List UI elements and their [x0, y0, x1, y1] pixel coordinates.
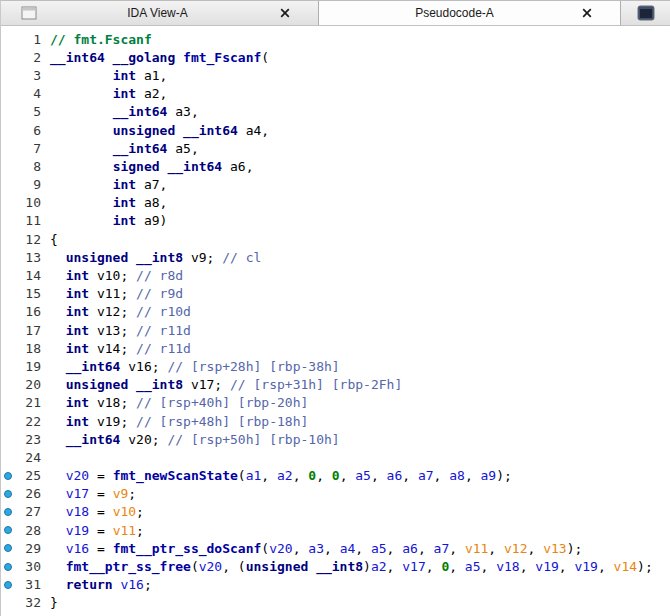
- code-token: v14;: [89, 341, 136, 356]
- code-token: fmt__ptr_ss_free: [66, 559, 191, 574]
- line-number: 15: [15, 286, 41, 301]
- line-number: 12: [15, 232, 41, 247]
- code-line[interactable]: 9 int a7,: [1, 176, 670, 194]
- line-number: 19: [15, 359, 41, 374]
- code-token: int: [113, 213, 136, 228]
- code-line[interactable]: 32}: [1, 594, 670, 612]
- code-token: [50, 213, 113, 228]
- code-token: a7: [434, 541, 450, 556]
- code-line[interactable]: 15 int v11; // r9d: [1, 285, 670, 303]
- code-token: int: [113, 86, 136, 101]
- code-line[interactable]: 14 int v10; // r8d: [1, 266, 670, 284]
- code-line[interactable]: 21 int v18; // [rsp+40h] [rbp-20h]: [1, 394, 670, 412]
- address-dot: [1, 544, 15, 552]
- code-token: [50, 68, 113, 83]
- code-token: [50, 523, 66, 538]
- line-number: 4: [15, 86, 41, 101]
- code-token: v9;: [183, 250, 222, 265]
- code-token: [50, 123, 113, 138]
- code-line[interactable]: 30 fmt__ptr_ss_free(v20, (unsigned __int…: [1, 557, 670, 575]
- code-line[interactable]: 29 v16 = fmt__ptr_ss_doScanf(v20, a3, a4…: [1, 539, 670, 557]
- code-token: [50, 486, 66, 501]
- line-number: 20: [15, 377, 41, 392]
- code-text: unsigned __int64 a4,: [50, 123, 269, 138]
- code-token: int: [66, 286, 89, 301]
- code-token: [50, 432, 66, 447]
- code-token: (: [261, 50, 269, 65]
- tab-label: Pseudocode-A: [329, 6, 580, 20]
- address-dot-icon: [4, 526, 12, 534]
- code-token: unsigned __int8: [246, 559, 363, 574]
- line-number: 3: [15, 68, 41, 83]
- code-line[interactable]: 1// fmt.Fscanf: [1, 30, 670, 48]
- code-token: );: [637, 559, 653, 574]
- code-line[interactable]: 7 __int64 a5,: [1, 139, 670, 157]
- address-dot-icon: [4, 472, 12, 480]
- line-number: 25: [15, 468, 41, 483]
- line-number: 1: [15, 32, 41, 47]
- code-line[interactable]: 20 unsigned __int8 v17; // [rsp+31h] [rb…: [1, 376, 670, 394]
- code-token: // r10d: [136, 304, 191, 319]
- code-token: v20: [269, 541, 292, 556]
- tab-pseudocode[interactable]: Pseudocode-A: [319, 1, 621, 25]
- code-line[interactable]: 3 int a1,: [1, 66, 670, 84]
- code-line[interactable]: 5 __int64 a3,: [1, 103, 670, 121]
- tab-ida-view[interactable]: IDA View-A: [1, 1, 319, 25]
- line-number: 31: [15, 577, 41, 592]
- code-token: (: [191, 559, 199, 574]
- line-number: 23: [15, 432, 41, 447]
- tab-partial[interactable]: [621, 1, 670, 25]
- code-line[interactable]: 17 int v13; // r11d: [1, 321, 670, 339]
- code-text: fmt__ptr_ss_free(v20, (unsigned __int8)a…: [50, 559, 653, 574]
- code-line[interactable]: 18 int v14; // r11d: [1, 339, 670, 357]
- code-line[interactable]: 25 v20 = fmt_newScanState(a1, a2, 0, 0, …: [1, 467, 670, 485]
- code-token: [50, 268, 66, 283]
- code-line[interactable]: 31 return v16;: [1, 576, 670, 594]
- pseudocode-editor[interactable]: 1// fmt.Fscanf2__int64 __golang fmt_Fsca…: [1, 26, 670, 616]
- line-number: 27: [15, 504, 41, 519]
- code-line[interactable]: 19 __int64 v16; // [rsp+28h] [rbp-38h]: [1, 357, 670, 375]
- code-token: v18: [66, 504, 89, 519]
- code-token: a2: [371, 559, 387, 574]
- code-token: a1,: [136, 68, 167, 83]
- code-token: ,: [598, 559, 614, 574]
- code-line[interactable]: 26 v17 = v9;: [1, 485, 670, 503]
- code-token: unsigned __int8: [66, 250, 183, 265]
- code-token: v11: [465, 541, 488, 556]
- code-line[interactable]: 27 v18 = v10;: [1, 503, 670, 521]
- code-text: __int64 a3,: [50, 104, 199, 119]
- code-text: int a9): [50, 213, 167, 228]
- line-number: 2: [15, 50, 41, 65]
- code-line[interactable]: 6 unsigned __int64 a4,: [1, 121, 670, 139]
- address-dot: [1, 581, 15, 589]
- code-token: v16: [66, 541, 89, 556]
- code-line[interactable]: 13 unsigned __int8 v9; // cl: [1, 248, 670, 266]
- code-text: int a2,: [50, 86, 167, 101]
- close-tab-icon[interactable]: [580, 6, 594, 20]
- code-line[interactable]: 23 __int64 v20; // [rsp+50h] [rbp-10h]: [1, 430, 670, 448]
- code-line[interactable]: 16 int v12; // r10d: [1, 303, 670, 321]
- code-line[interactable]: 24: [1, 448, 670, 466]
- code-line[interactable]: 2__int64 __golang fmt_Fscanf(: [1, 48, 670, 66]
- code-line[interactable]: 8 signed __int64 a6,: [1, 157, 670, 175]
- code-token: a9: [481, 468, 497, 483]
- code-token: // [rsp+28h] [rbp-38h]: [167, 359, 339, 374]
- code-token: a3: [308, 541, 324, 556]
- code-token: v17: [402, 559, 425, 574]
- code-line[interactable]: 4 int a2,: [1, 85, 670, 103]
- code-token: ,: [261, 468, 277, 483]
- code-line[interactable]: 28 v19 = v11;: [1, 521, 670, 539]
- code-line[interactable]: 11 int a9): [1, 212, 670, 230]
- line-number: 22: [15, 414, 41, 429]
- code-token: a7,: [136, 177, 167, 192]
- code-token: a6,: [222, 159, 253, 174]
- line-number: 13: [15, 250, 41, 265]
- code-line[interactable]: 10 int a8,: [1, 194, 670, 212]
- code-line[interactable]: 22 int v19; // [rsp+48h] [rbp-18h]: [1, 412, 670, 430]
- code-text: v16 = fmt__ptr_ss_doScanf(v20, a3, a4, a…: [50, 541, 582, 556]
- code-line[interactable]: 12{: [1, 230, 670, 248]
- line-number: 10: [15, 195, 41, 210]
- line-number: 6: [15, 123, 41, 138]
- close-tab-icon[interactable]: [278, 6, 292, 20]
- code-text: int v11; // r9d: [50, 286, 183, 301]
